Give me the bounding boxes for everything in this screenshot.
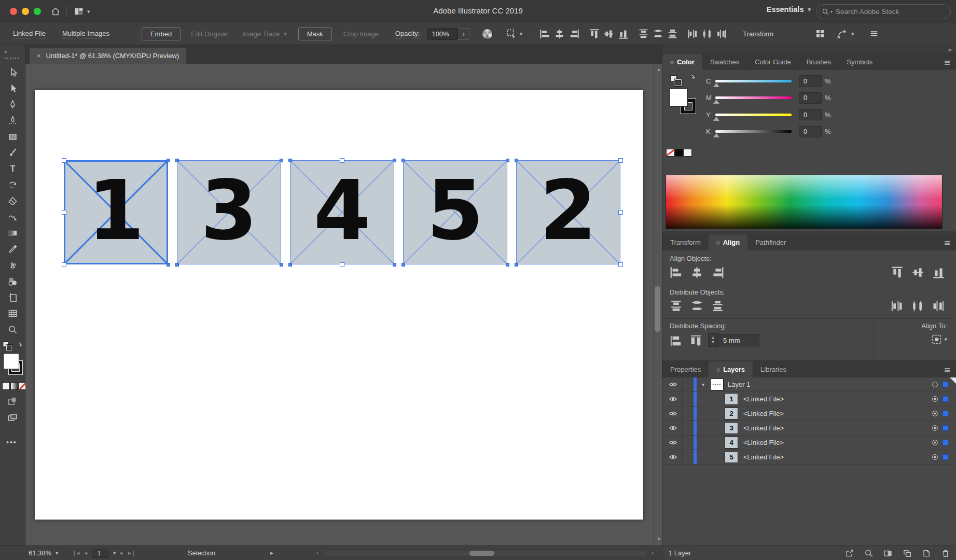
screen-mode-icon[interactable] (6, 412, 19, 423)
layer-thumbnail[interactable]: 2 (725, 408, 738, 419)
layer-name[interactable]: <Linked File> (743, 395, 784, 403)
visibility-eye-icon[interactable] (669, 438, 677, 447)
align-left-icon[interactable] (539, 29, 550, 39)
distribute-h-center-icon[interactable] (911, 300, 924, 313)
horizontal-distribute-space-icon[interactable] (689, 334, 702, 347)
align-top-icon[interactable] (891, 266, 904, 279)
selection-indicator[interactable] (943, 382, 948, 387)
layer-name[interactable]: <Linked File> (743, 410, 784, 417)
panel-menu-icon[interactable] (869, 29, 879, 39)
select-similar-icon[interactable] (506, 29, 517, 39)
eraser-tool[interactable] (0, 193, 25, 209)
selection-indicator[interactable] (943, 440, 948, 445)
align-h-center-icon[interactable] (554, 29, 565, 39)
horizontal-scrollbar[interactable]: ‹ › (316, 550, 654, 556)
target-circle-icon[interactable] (932, 454, 938, 460)
anchor-point[interactable] (515, 159, 518, 162)
scroll-left-icon[interactable]: ‹ (316, 549, 318, 556)
anchor-point[interactable] (175, 159, 179, 162)
align-h-center-icon[interactable] (690, 266, 703, 279)
channel-slider[interactable] (715, 96, 792, 99)
tab-layers[interactable]: ◇Layers (709, 361, 753, 377)
spacing-stepper[interactable]: ▴▾ (708, 333, 718, 347)
distribute-left-icon[interactable] (891, 300, 904, 313)
panel-menu-icon[interactable] (943, 366, 951, 374)
selection-tool[interactable] (0, 64, 25, 80)
make-mask-icon[interactable] (883, 549, 893, 558)
bounding-box-handle[interactable] (618, 158, 623, 163)
bounding-box-handle[interactable] (62, 210, 66, 215)
distribute-h-center-icon[interactable] (702, 29, 713, 39)
fill-color-swatch[interactable] (670, 89, 688, 107)
panel-menu-icon[interactable] (943, 239, 951, 247)
layer-row-linked-file-1[interactable]: 1 <Linked File> (662, 392, 956, 407)
recolor-artwork-icon[interactable] (482, 29, 493, 39)
expand-tools-icon[interactable]: » (4, 48, 8, 54)
align-bottom-icon[interactable] (932, 266, 945, 279)
paintbrush-tool[interactable] (0, 145, 25, 161)
chevron-down-icon[interactable]: ▾ (851, 31, 854, 37)
distribute-top-icon[interactable] (670, 300, 683, 313)
tab-swatches[interactable]: Swatches (702, 54, 747, 70)
align-top-icon[interactable] (589, 29, 600, 39)
placed-image-5[interactable]: 5 (403, 160, 507, 264)
layer-row-linked-file-4[interactable]: 4 <Linked File> (662, 436, 956, 450)
placed-image-3[interactable]: 3 (177, 160, 281, 264)
locate-object-icon[interactable] (864, 549, 874, 558)
vertical-distribute-space-icon[interactable] (670, 334, 683, 347)
black-swatch-icon[interactable] (675, 149, 683, 157)
fill-color-swatch[interactable] (3, 353, 19, 369)
align-v-center-icon[interactable] (603, 29, 614, 39)
first-artboard-icon[interactable]: ❘◂ (72, 550, 80, 556)
visibility-eye-icon[interactable] (669, 424, 677, 432)
previous-artboard-icon[interactable]: ◂ (84, 550, 87, 556)
layer-thumbnail[interactable]: 4 (725, 437, 738, 449)
scroll-up-icon[interactable]: ▴ (657, 66, 660, 73)
linked-file-link[interactable]: Linked File (13, 30, 46, 38)
distribute-top-icon[interactable] (638, 29, 649, 39)
align-right-icon[interactable] (711, 266, 724, 279)
distribute-right-icon[interactable] (932, 300, 945, 313)
anchor-point[interactable] (280, 159, 283, 162)
chevron-down-icon[interactable]: ▾ (113, 550, 116, 556)
anchor-point[interactable] (506, 159, 509, 162)
search-input[interactable]: ▾ Search Adobe Stock (816, 4, 951, 19)
align-to-control[interactable]: ▾ (931, 333, 947, 345)
color-swatch-icon[interactable] (2, 382, 10, 390)
artboard-number-field[interactable]: 1 (92, 549, 108, 558)
channel-value[interactable]: 0 (799, 75, 822, 87)
embed-button[interactable]: Embed (142, 27, 181, 40)
shape-builder-tool[interactable] (0, 273, 25, 289)
status-menu-icon[interactable]: ▸ (270, 550, 273, 556)
puppet-warp-tool[interactable] (0, 257, 25, 273)
slider-thumb-icon[interactable] (713, 100, 719, 104)
bounding-box-handle[interactable] (340, 262, 344, 267)
anchor-point[interactable] (167, 159, 170, 162)
bounding-box-handle[interactable] (618, 210, 623, 215)
artboard-grid-icon[interactable] (815, 29, 825, 39)
anchor-point[interactable] (393, 159, 396, 162)
anchor-point[interactable] (175, 263, 179, 267)
gradient-tool[interactable] (0, 225, 25, 241)
align-right-icon[interactable] (569, 29, 579, 39)
tab-transform[interactable]: Transform (662, 234, 709, 250)
channel-value[interactable]: 0 (799, 126, 822, 137)
bounding-box-handle[interactable] (62, 262, 66, 267)
layer-thumbnail[interactable]: 1 (725, 393, 738, 405)
channel-slider[interactable] (715, 114, 792, 116)
rectangle-tool[interactable] (0, 129, 25, 145)
canvas[interactable]: 1 3 4 5 2 ▴ ▾ (25, 64, 662, 545)
direct-selection-tool[interactable] (0, 80, 25, 96)
spacing-value[interactable]: 5 mm (718, 334, 759, 346)
close-tab-icon[interactable]: × (37, 52, 41, 60)
align-bottom-icon[interactable] (618, 29, 629, 39)
layer-row-layer1[interactable]: ▾ Layer 1 (662, 377, 956, 392)
fill-stroke-mini-icon[interactable] (670, 74, 683, 87)
distribute-v-center-icon[interactable] (653, 29, 663, 39)
curvature-tool[interactable] (0, 113, 25, 129)
opacity-label[interactable]: Opacity: (395, 30, 420, 38)
layer-row-linked-file-3[interactable]: 3 <Linked File> (662, 421, 956, 436)
anchor-point[interactable] (288, 159, 292, 162)
align-to-selection-icon[interactable] (931, 333, 943, 345)
white-swatch-icon[interactable] (684, 149, 692, 157)
